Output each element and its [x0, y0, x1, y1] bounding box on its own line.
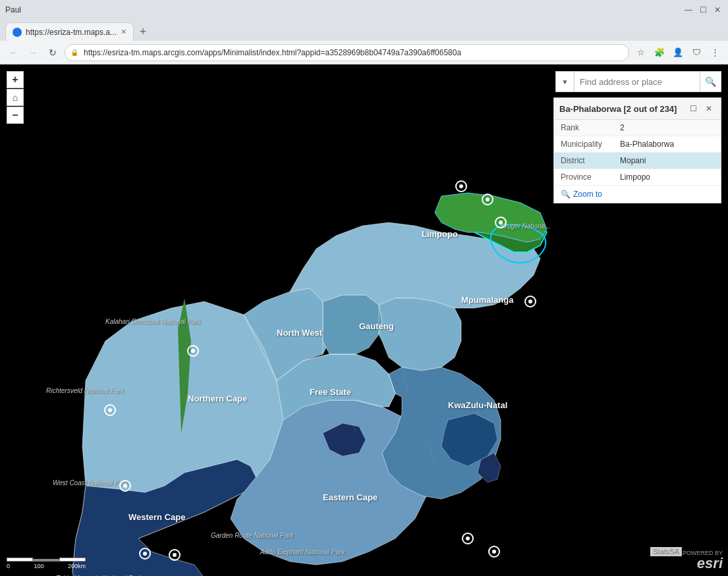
- info-label: District: [554, 153, 613, 169]
- marker-6-inner: [108, 408, 112, 412]
- info-table-row: MunicipalityBa-Phalaborwa: [554, 136, 721, 153]
- info-value: Mopani: [613, 153, 721, 169]
- profile-icon[interactable]: 👤: [670, 45, 686, 61]
- marker-1-inner: [459, 184, 463, 188]
- info-panel: Ba-Phalaborwa [2 out of 234] ☐ ✕ Rank2Mu…: [553, 97, 721, 203]
- info-close-button[interactable]: ✕: [702, 102, 715, 115]
- marker-5-inner: [191, 349, 195, 353]
- info-label: Rank: [554, 120, 613, 136]
- browser-user: Paul: [5, 5, 21, 14]
- marker-3-inner: [499, 221, 503, 224]
- marker-4[interactable]: [524, 296, 536, 307]
- url-bar[interactable]: 🔒 https://esriza-tm.maps.arcgis.com/apps…: [65, 44, 629, 61]
- restore-button[interactable]: ☐: [686, 102, 700, 115]
- lock-icon: 🔒: [70, 49, 78, 56]
- marker-9[interactable]: [488, 546, 500, 558]
- info-panel-header: Ba-Phalaborwa [2 out of 234] ☐ ✕: [554, 98, 721, 120]
- info-table-row: DistrictMopani: [554, 153, 721, 169]
- shield-icon[interactable]: 🛡: [688, 45, 704, 61]
- bookmark-icon[interactable]: ☆: [633, 45, 649, 61]
- marker-7-inner: [123, 484, 127, 488]
- marker-2-inner: [486, 197, 490, 201]
- menu-icon[interactable]: ⋮: [707, 45, 723, 61]
- search-submit-button[interactable]: 🔍: [700, 71, 721, 92]
- info-table-row: ProvinceLimpopo: [554, 169, 721, 186]
- marker-9-inner: [492, 550, 496, 554]
- marker-11[interactable]: [169, 549, 181, 561]
- close-button[interactable]: ✕: [712, 5, 723, 15]
- forward-button[interactable]: →: [25, 45, 41, 61]
- marker-3[interactable]: [495, 217, 507, 228]
- map-container[interactable]: + ⌂ − ▼ 🔍 Ba-Phalaborwa [2 out of 234] ☐…: [0, 65, 728, 576]
- search-icon: 🔍: [705, 76, 716, 87]
- browser-title-bar: Paul — ☐ ✕: [0, 0, 728, 20]
- info-panel-title: Ba-Phalaborwa [2 out of 234]: [559, 104, 684, 114]
- info-value: Ba-Phalaborwa: [613, 136, 721, 153]
- info-value: Limpopo: [613, 169, 721, 186]
- toolbar-icons: ☆ 🧩 👤 🛡 ⋮: [633, 45, 723, 61]
- scale-labels: 0 100 200km: [7, 563, 86, 569]
- marker-1[interactable]: [455, 180, 467, 192]
- zoom-to-label: Zoom to: [573, 190, 602, 199]
- tab-bar: https://esriza-tm.maps.a... ✕ +: [0, 20, 728, 41]
- marker-8-inner: [466, 537, 470, 540]
- map-controls: + ⌂ −: [7, 71, 24, 124]
- url-text: https://esriza-tm.maps.arcgis.com/apps/M…: [84, 48, 461, 57]
- tab-title: https://esriza-tm.maps.a...: [26, 28, 117, 37]
- info-table-row: Rank2: [554, 120, 721, 136]
- browser-tab[interactable]: https://esriza-tm.maps.a... ✕: [5, 22, 134, 41]
- back-button[interactable]: ←: [5, 45, 21, 61]
- marker-8[interactable]: [462, 533, 474, 544]
- minimize-button[interactable]: —: [683, 5, 694, 15]
- marker-10-inner: [143, 552, 147, 556]
- marker-6[interactable]: [104, 404, 116, 416]
- stats-sa: StatsSA: [650, 547, 682, 556]
- zoom-icon: 🔍: [561, 190, 571, 199]
- refresh-button[interactable]: ↻: [45, 45, 61, 61]
- tab-favicon: [13, 28, 22, 37]
- marker-5[interactable]: [187, 345, 199, 357]
- esri-logo: POWERED BY esri: [683, 550, 723, 571]
- maximize-button[interactable]: ☐: [698, 5, 708, 15]
- esri-logo-text: esri: [683, 556, 723, 571]
- info-value: 2: [613, 120, 721, 136]
- zoom-to-button[interactable]: 🔍 Zoom to: [554, 186, 721, 203]
- address-bar: ← → ↻ 🔒 https://esriza-tm.maps.arcgis.co…: [0, 41, 728, 65]
- info-label: Province: [554, 169, 613, 186]
- tab-close-icon[interactable]: ✕: [121, 28, 126, 36]
- scale-bar: 0 100 200km: [7, 552, 86, 569]
- search-dropdown-button[interactable]: ▼: [556, 71, 574, 92]
- home-button[interactable]: ⌂: [7, 89, 24, 106]
- extensions-icon[interactable]: 🧩: [652, 45, 667, 61]
- search-bar: ▼ 🔍: [555, 71, 721, 92]
- dropdown-arrow-icon: ▼: [562, 78, 569, 86]
- marker-11-inner: [173, 553, 177, 557]
- info-table: Rank2MunicipalityBa-PhalaborwaDistrictMo…: [554, 120, 721, 186]
- marker-7[interactable]: [119, 480, 131, 492]
- marker-10[interactable]: [139, 548, 151, 560]
- search-input[interactable]: [574, 72, 700, 92]
- info-label: Municipality: [554, 136, 613, 153]
- marker-4-inner: [528, 300, 532, 303]
- zoom-out-button[interactable]: −: [7, 107, 24, 124]
- marker-2[interactable]: [482, 194, 493, 205]
- new-tab-button[interactable]: +: [134, 22, 152, 41]
- zoom-in-button[interactable]: +: [7, 71, 24, 88]
- scale-line: [7, 552, 86, 562]
